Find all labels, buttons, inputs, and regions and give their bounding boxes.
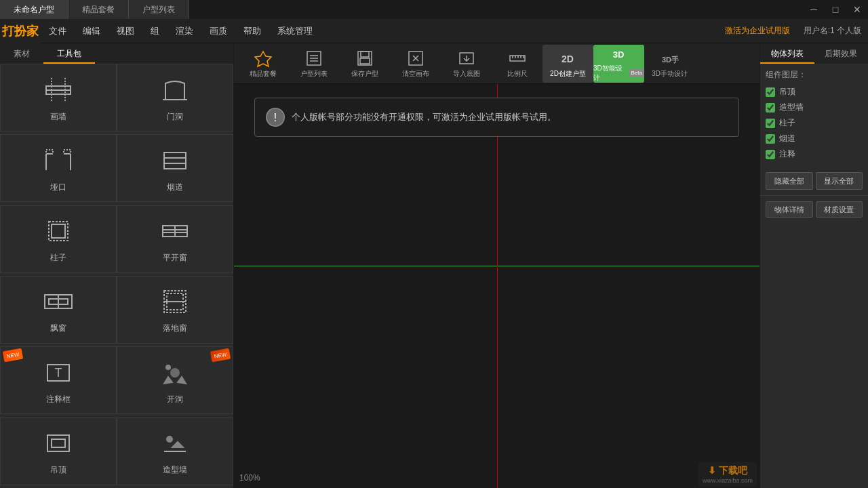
- svg-point-34: [167, 436, 172, 442]
- menu-file[interactable]: 文件: [41, 19, 75, 43]
- checkbox-note-label: 注释: [779, 148, 795, 160]
- svg-rect-9: [46, 150, 53, 154]
- new-badge-opening: NEW: [210, 348, 231, 363]
- menu-group[interactable]: 组: [142, 19, 167, 43]
- menu-help[interactable]: 帮助: [235, 19, 269, 43]
- toolbar-3d-smart[interactable]: 3D 3D智能设计 Beta: [593, 45, 644, 83]
- maximize-button[interactable]: □: [825, 0, 846, 19]
- notification-text: 个人版帐号部分功能没有开通权限，可激活为企业试用版帐号试用。: [292, 111, 556, 123]
- detail-tab-material[interactable]: 材质设置: [816, 201, 863, 218]
- checkbox-note[interactable]: 注释: [766, 148, 863, 160]
- toolbar-2d-label: 2D创建户型: [550, 69, 586, 79]
- svg-rect-11: [164, 152, 186, 169]
- hide-all-button[interactable]: 隐藏全部: [766, 172, 813, 190]
- toolbar-2d[interactable]: 2D 2D创建户型: [542, 45, 593, 83]
- svg-marker-35: [172, 442, 183, 447]
- wall-icon: [41, 73, 75, 107]
- user-info: 用户名:1 个人版: [797, 25, 868, 37]
- tab-toolbox[interactable]: 工具包: [43, 43, 95, 64]
- enterprise-button[interactable]: 激活为企业试用版: [718, 25, 797, 37]
- right-tab-objects[interactable]: 物体列表: [760, 43, 814, 64]
- tab-unnamed[interactable]: 未命名户型: [0, 0, 68, 19]
- tool-column[interactable]: 柱子: [0, 205, 117, 273]
- checkbox-shape-wall-input[interactable]: [766, 103, 775, 113]
- svg-text:2D: 2D: [561, 54, 574, 64]
- arch-icon: [41, 144, 75, 178]
- right-tab-effects[interactable]: 后期效果: [814, 43, 869, 64]
- show-all-button[interactable]: 显示全部: [816, 172, 863, 190]
- tab-list[interactable]: 户型列表: [129, 0, 189, 19]
- tab-premium[interactable]: 精品套餐: [68, 0, 129, 19]
- checkbox-column-input[interactable]: [766, 119, 775, 128]
- checkbox-flue[interactable]: 烟道: [766, 133, 863, 144]
- tool-shape-wall[interactable]: 造型墙: [117, 418, 233, 485]
- checkbox-flue-input[interactable]: [766, 134, 775, 144]
- logo: 打扮家: [0, 19, 41, 43]
- toolbar-3d-manual[interactable]: 3D手 3D手动设计: [644, 45, 695, 83]
- svg-point-28: [171, 369, 179, 377]
- svg-rect-44: [360, 58, 370, 64]
- tool-wall[interactable]: 画墙: [0, 64, 117, 131]
- bay-window-icon: [41, 285, 75, 319]
- window-icon: [158, 214, 192, 248]
- toolbar-3d-smart-label: 3D智能设计 Beta: [593, 64, 644, 83]
- divider: [760, 195, 868, 196]
- detail-tabs: 物体详情 材质设置: [760, 199, 868, 220]
- toolbar-ruler[interactable]: 比例尺: [492, 45, 542, 83]
- toolbar-type-list[interactable]: 户型列表: [288, 45, 339, 83]
- tool-opening-label: 开洞: [167, 394, 183, 405]
- svg-rect-43: [361, 52, 369, 57]
- tool-floor-window[interactable]: 落地窗: [117, 276, 233, 344]
- shape-wall-icon: [158, 426, 192, 460]
- toolbar-premium[interactable]: 精品套餐: [237, 45, 288, 83]
- svg-text:3D手: 3D手: [662, 56, 679, 64]
- watermark-logo: ⬇ 下载吧: [703, 465, 753, 477]
- tool-door[interactable]: 门洞: [117, 64, 233, 131]
- menu-edit[interactable]: 编辑: [75, 19, 108, 43]
- checkbox-column[interactable]: 柱子: [766, 117, 863, 129]
- tool-bay-window[interactable]: 飘窗: [0, 276, 117, 344]
- tab-materials[interactable]: 素材: [0, 43, 43, 64]
- notification-bar: ! 个人版帐号部分功能没有开通权限，可激活为企业试用版帐号试用。: [254, 98, 739, 137]
- tool-column-label: 柱子: [50, 252, 66, 264]
- svg-text:T: T: [55, 366, 62, 380]
- menu-admin[interactable]: 系统管理: [269, 19, 321, 43]
- menubar: 打扮家 文件 编辑 视图 组 渲染 画质 帮助 系统管理 激活为企业试用版 用户…: [0, 19, 868, 43]
- svg-text:3D: 3D: [612, 49, 624, 59]
- tool-window[interactable]: 平开窗: [117, 205, 233, 273]
- tool-floor-window-label: 落地窗: [163, 323, 187, 334]
- main-area: 素材 工具包 画墙: [0, 43, 868, 488]
- toolbar-save[interactable]: 保存户型: [339, 45, 390, 83]
- tool-arch-label: 垭口: [50, 182, 66, 193]
- svg-text:!: !: [274, 111, 277, 124]
- tool-opening[interactable]: NEW 开洞: [117, 346, 233, 414]
- menu-render[interactable]: 渲染: [167, 19, 201, 43]
- logo-text: 打扮家: [2, 23, 39, 39]
- layer-title: 组件图层：: [766, 69, 863, 81]
- minimize-button[interactable]: ─: [803, 0, 825, 19]
- toolbar-import[interactable]: 导入底图: [441, 45, 492, 83]
- canvas-area[interactable]: ! 个人版帐号部分功能没有开通权限，可激活为企业试用版帐号试用。 100% ⬇ …: [234, 84, 760, 488]
- checkbox-ceiling[interactable]: 吊顶: [766, 86, 863, 98]
- text-box-icon: T: [41, 356, 75, 390]
- tool-text-box[interactable]: NEW T 注释框: [0, 346, 117, 414]
- door-icon: [158, 73, 192, 107]
- tool-ceiling[interactable]: 吊顶: [0, 418, 117, 485]
- checkbox-ceiling-input[interactable]: [766, 87, 775, 97]
- svg-marker-37: [255, 52, 271, 66]
- tool-arch[interactable]: 垭口: [0, 134, 117, 202]
- menu-view[interactable]: 视图: [108, 19, 142, 43]
- toolbar-clear[interactable]: 清空画布: [390, 45, 441, 83]
- checkbox-shape-wall[interactable]: 造型墙: [766, 102, 863, 113]
- checkbox-note-input[interactable]: [766, 150, 775, 159]
- checkbox-shape-wall-label: 造型墙: [779, 102, 804, 113]
- tool-window-label: 平开窗: [163, 252, 187, 264]
- close-button[interactable]: ✕: [846, 0, 868, 19]
- tool-flue[interactable]: 烟道: [117, 134, 233, 202]
- detail-tab-object[interactable]: 物体详情: [766, 201, 813, 218]
- right-panel-tabs: 物体列表 后期效果: [760, 43, 868, 64]
- checkbox-column-label: 柱子: [779, 117, 795, 129]
- layer-section: 组件图层： 吊顶 造型墙 柱子 烟道 注释: [760, 64, 868, 169]
- menu-quality[interactable]: 画质: [201, 19, 235, 43]
- svg-rect-32: [47, 435, 69, 451]
